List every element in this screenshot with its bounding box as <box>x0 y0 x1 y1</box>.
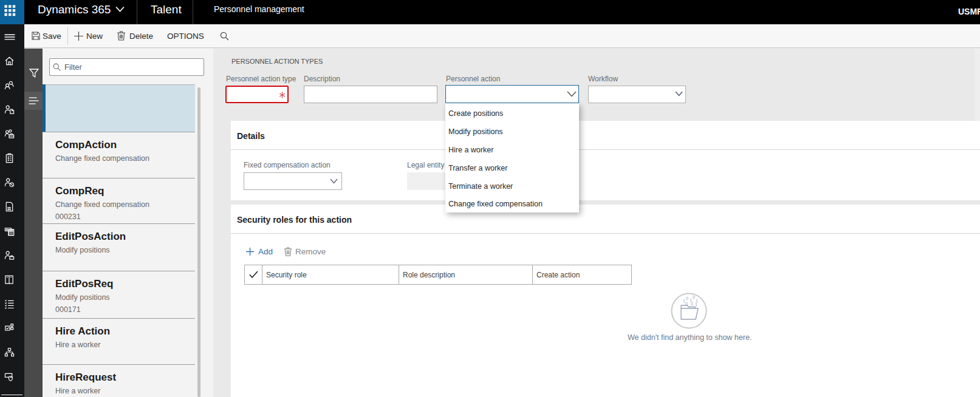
svg-text:0: 0 <box>685 302 688 306</box>
svg-text:0: 0 <box>686 296 688 300</box>
svg-text:0: 0 <box>693 295 695 299</box>
svg-text:0: 0 <box>691 302 693 306</box>
svg-text:1: 1 <box>695 302 697 307</box>
